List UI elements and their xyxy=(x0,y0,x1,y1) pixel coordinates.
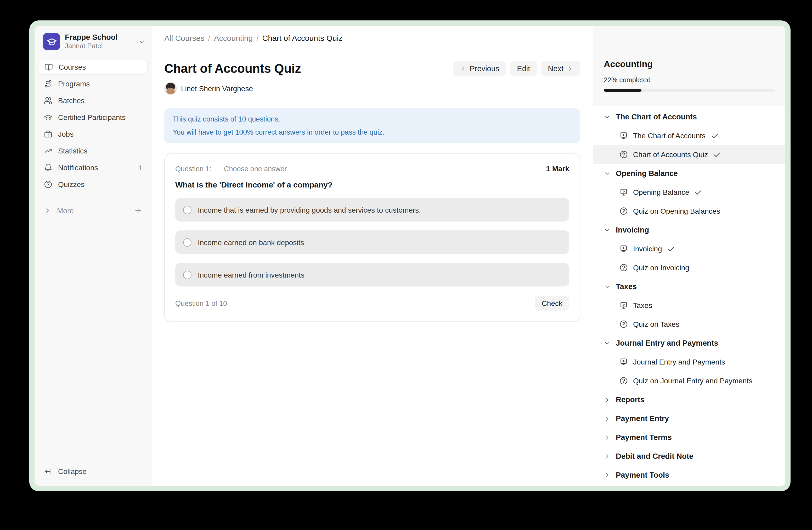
users-icon xyxy=(44,96,52,105)
main-area: All Courses / Accounting / Chart of Acco… xyxy=(152,26,593,486)
chevron-right-icon xyxy=(44,207,51,214)
course-progress-header: Accounting 22% completed xyxy=(593,26,785,106)
outline-quiz[interactable]: Quiz on Journal Entry and Payments xyxy=(593,371,785,390)
page-title: Chart of Accounts Quiz xyxy=(164,61,301,76)
sidebar-item-label: Courses xyxy=(59,63,86,71)
help-circle-icon xyxy=(620,207,628,215)
outline-lesson[interactable]: Journal Entry and Payments xyxy=(593,352,785,371)
outline-quiz[interactable]: Quiz on Opening Balances xyxy=(593,201,785,221)
screen: Frappe School Jannat Patel Courses Progr… xyxy=(0,0,812,530)
outline-section-debit-and-credit-note[interactable]: Debit and Credit Note xyxy=(593,447,785,465)
app-window: Frappe School Jannat Patel Courses Progr… xyxy=(29,20,791,491)
check-answer-button[interactable]: Check xyxy=(535,296,569,310)
chevron-down-icon xyxy=(604,113,611,120)
sidebar-item-label: Batches xyxy=(58,96,85,105)
chevron-right-icon xyxy=(567,65,574,72)
graduation-cap-icon xyxy=(44,113,52,122)
edit-button[interactable]: Edit xyxy=(510,61,537,76)
outline-lesson[interactable]: The Chart of Accounts xyxy=(593,126,785,145)
sidebar-more-label: More xyxy=(57,206,74,215)
chevron-right-icon xyxy=(604,396,611,403)
previous-button[interactable]: Previous xyxy=(453,61,506,76)
chevron-right-icon xyxy=(604,453,611,460)
outline-section-reports[interactable]: Reports xyxy=(593,390,785,409)
sidebar-item-label: Quizzes xyxy=(58,180,85,189)
help-circle-icon xyxy=(44,180,52,189)
sidebar-item-jobs[interactable]: Jobs xyxy=(39,127,147,141)
breadcrumb-current: Chart of Accounts Quiz xyxy=(262,33,343,42)
outline-section-journal-entry-and-payments[interactable]: Journal Entry and Payments xyxy=(593,334,785,352)
notice-line: This quiz consists of 10 questions. xyxy=(173,113,572,126)
help-circle-icon xyxy=(620,150,628,159)
answer-option[interactable]: Income that is earned by providing goods… xyxy=(175,198,569,222)
monitor-play-icon xyxy=(620,301,628,309)
outline-quiz[interactable]: Quiz on Taxes xyxy=(593,315,785,334)
trending-up-icon xyxy=(44,147,52,155)
outline-quiz-current[interactable]: Chart of Accounts Quiz xyxy=(593,145,785,164)
frappe-school-logo xyxy=(43,33,60,50)
bell-icon xyxy=(44,163,52,172)
graduation-cap-icon xyxy=(46,37,57,47)
chevron-left-icon xyxy=(460,65,467,72)
progress-bar-fill xyxy=(604,89,641,92)
outline-lesson[interactable]: Taxes xyxy=(593,296,785,315)
sidebar-item-label: Programs xyxy=(58,80,90,88)
question-card: Question 1: Choose one answer 1 Mark Wha… xyxy=(164,153,580,322)
outline-section-chart-of-accounts[interactable]: The Chart of Accounts xyxy=(593,107,785,126)
radio-button[interactable] xyxy=(183,238,191,247)
outline-section-opening-balance[interactable]: Opening Balance xyxy=(593,164,785,183)
author-avatar xyxy=(164,82,177,95)
radio-button[interactable] xyxy=(183,206,191,214)
sidebar-item-label: Certified Participants xyxy=(58,113,126,122)
breadcrumb-accounting[interactable]: Accounting xyxy=(214,33,253,42)
monitor-play-icon xyxy=(620,131,628,140)
completed-check-icon xyxy=(711,132,719,140)
sidebar-item-notifications[interactable]: Notifications 1 xyxy=(39,160,147,175)
sidebar-item-courses[interactable]: Courses xyxy=(39,60,147,74)
completed-check-icon xyxy=(713,151,721,158)
progress-label: 22% completed xyxy=(604,76,775,84)
school-switcher[interactable]: Frappe School Jannat Patel xyxy=(43,33,145,50)
chevron-down-icon xyxy=(604,340,611,346)
sidebar-item-certified-participants[interactable]: Certified Participants xyxy=(39,110,147,125)
plus-icon[interactable] xyxy=(134,206,142,215)
sidebar-item-label: Statistics xyxy=(58,147,87,155)
question-number-label: Question 1: xyxy=(175,165,212,172)
course-title: Accounting xyxy=(604,59,775,70)
radio-button[interactable] xyxy=(183,270,191,279)
route-icon xyxy=(44,80,52,88)
collapse-arrow-icon xyxy=(44,467,52,476)
app-sidebar: Frappe School Jannat Patel Courses Progr… xyxy=(34,26,152,486)
author-name: Linet Sherin Varghese xyxy=(181,84,253,93)
next-button[interactable]: Next xyxy=(541,61,580,76)
outline-lesson[interactable]: Invoicing xyxy=(593,239,785,258)
chevron-down-icon xyxy=(604,226,611,233)
question-marks: 1 Mark xyxy=(546,165,569,173)
option-label: Income that is earned by providing goods… xyxy=(198,206,421,214)
monitor-play-icon xyxy=(620,188,628,196)
chevron-down-icon xyxy=(604,283,611,290)
breadcrumb-all-courses[interactable]: All Courses xyxy=(164,33,204,42)
sidebar-item-programs[interactable]: Programs xyxy=(39,76,147,91)
completed-check-icon xyxy=(695,188,702,196)
outline-section-taxes[interactable]: Taxes xyxy=(593,277,785,296)
collapse-sidebar-button[interactable]: Collapse xyxy=(39,464,147,479)
sidebar-more-toggle[interactable]: More xyxy=(39,203,147,218)
breadcrumb-separator: / xyxy=(208,33,210,42)
sidebar-item-label: Jobs xyxy=(58,130,73,138)
sidebar-item-quizzes[interactable]: Quizzes xyxy=(39,177,147,192)
sidebar-item-statistics[interactable]: Statistics xyxy=(39,143,147,158)
outline-quiz[interactable]: Quiz on Invoicing xyxy=(593,258,785,277)
school-name: Frappe School xyxy=(65,33,133,42)
outline-lesson[interactable]: Opening Balance xyxy=(593,183,785,201)
notice-line: You will have to get 100% correct answer… xyxy=(173,126,572,139)
chevron-down-icon xyxy=(138,38,145,45)
answer-option[interactable]: Income earned from investments xyxy=(175,263,569,287)
outline-section-payment-entry[interactable]: Payment Entry xyxy=(593,409,785,428)
outline-section-payment-tools[interactable]: Payment Tools xyxy=(593,465,785,485)
sidebar-item-batches[interactable]: Batches xyxy=(39,93,147,108)
outline-section-invoicing[interactable]: Invoicing xyxy=(593,221,785,239)
outline-section-payment-terms[interactable]: Payment Terms xyxy=(593,428,785,447)
answer-option[interactable]: Income earned on bank deposits xyxy=(175,231,569,254)
book-open-icon xyxy=(44,63,53,71)
